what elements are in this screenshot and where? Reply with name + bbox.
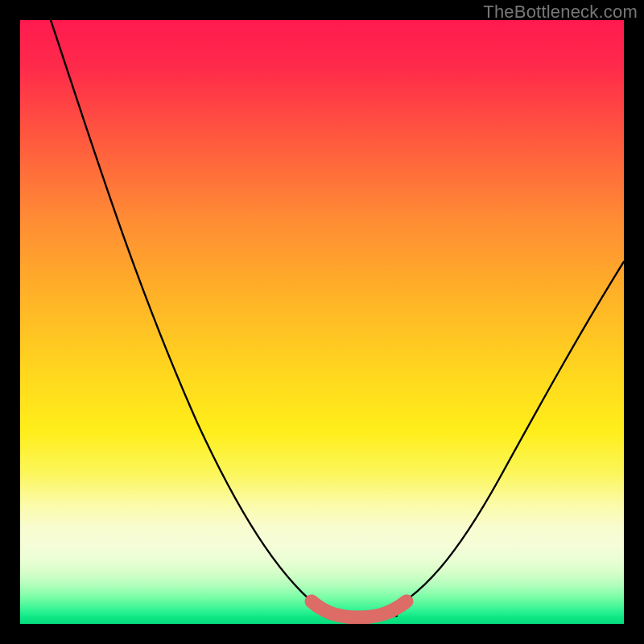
plot-area (20, 20, 624, 624)
bottleneck-curve-right (378, 262, 624, 616)
curve-layer (20, 20, 624, 624)
watermark-text: TheBottleneck.com (483, 2, 638, 23)
chart-frame: TheBottleneck.com (0, 0, 644, 644)
bottleneck-curve-left (51, 20, 346, 616)
tolerance-band (312, 601, 407, 617)
